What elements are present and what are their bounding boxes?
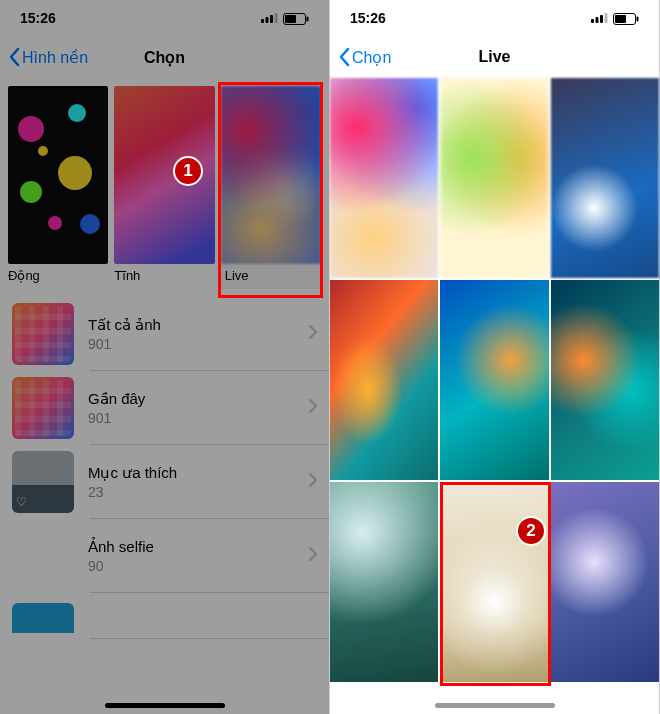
back-label: Chọn — [352, 48, 391, 67]
album-count: 901 — [88, 336, 161, 352]
live-wallpaper-2[interactable] — [440, 78, 548, 278]
wallpaper-category-row: Động Tĩnh Live — [0, 78, 329, 291]
svg-rect-0 — [261, 19, 264, 23]
category-live-label: Live — [221, 264, 321, 289]
signal-icon — [591, 10, 608, 26]
album-name: Mục ưa thích — [88, 464, 177, 482]
status-indicators — [591, 10, 639, 26]
chevron-right-icon — [309, 473, 317, 491]
chevron-left-icon — [338, 47, 350, 67]
album-thumb — [12, 303, 74, 365]
svg-rect-7 — [591, 19, 594, 23]
category-dynamic[interactable]: Động — [8, 86, 108, 291]
status-time: 15:26 — [20, 10, 56, 26]
svg-rect-10 — [605, 13, 608, 23]
svg-rect-13 — [637, 17, 639, 22]
page-title: Live — [478, 48, 510, 66]
svg-rect-5 — [285, 15, 296, 23]
album-thumb: ♡ — [12, 451, 74, 513]
album-count: 901 — [88, 410, 145, 426]
svg-rect-3 — [275, 13, 278, 23]
live-wallpaper-9[interactable] — [551, 482, 659, 682]
home-indicator[interactable] — [435, 703, 555, 708]
album-name: Tất cả ảnh — [88, 316, 161, 334]
category-live[interactable]: Live — [221, 86, 321, 291]
status-bar: 15:26 — [330, 0, 659, 36]
album-list: Tất cả ảnh 901 Gần đây 901 ♡ Mục ưa thíc… — [0, 297, 329, 639]
album-thumb — [12, 377, 74, 439]
album-name: Ảnh selfie — [88, 538, 154, 556]
page-title: Chọn — [144, 48, 185, 67]
step2-badge: 2 — [516, 516, 546, 546]
album-row-selfie[interactable]: Ảnh selfie 90 — [0, 519, 329, 593]
home-indicator[interactable] — [105, 703, 225, 708]
chevron-right-icon — [309, 399, 317, 417]
step1-badge: 1 — [173, 156, 203, 186]
live-wallpaper-1[interactable] — [330, 78, 438, 278]
back-label: Hình nền — [22, 48, 88, 67]
svg-rect-1 — [266, 17, 269, 23]
screen-live-wallpapers: 15:26 Chọn Live 2 — [330, 0, 660, 714]
svg-rect-12 — [615, 15, 626, 23]
album-thumb — [12, 525, 74, 587]
category-still-label: Tĩnh — [114, 264, 214, 291]
live-wallpaper-grid — [330, 78, 659, 682]
status-bar: 15:26 — [0, 0, 329, 36]
category-dynamic-thumb — [8, 86, 108, 264]
live-wallpaper-8[interactable] — [440, 482, 548, 682]
album-count: 23 — [88, 484, 177, 500]
heart-icon: ♡ — [16, 495, 27, 509]
album-row-recent[interactable]: Gần đây 901 — [0, 371, 329, 445]
svg-rect-6 — [307, 17, 309, 22]
live-wallpaper-3[interactable] — [551, 78, 659, 278]
album-thumb — [12, 603, 74, 633]
album-row-partial[interactable] — [0, 593, 329, 639]
category-still[interactable]: Tĩnh — [114, 86, 214, 291]
status-indicators — [261, 10, 309, 26]
live-wallpaper-4[interactable] — [330, 280, 438, 480]
back-button[interactable]: Chọn — [338, 47, 391, 67]
album-row-favorites[interactable]: ♡ Mục ưa thích 23 — [0, 445, 329, 519]
album-name: Gần đây — [88, 390, 145, 408]
category-live-thumb — [221, 86, 321, 264]
svg-rect-8 — [596, 17, 599, 23]
battery-icon — [283, 10, 309, 26]
chevron-right-icon — [309, 547, 317, 565]
screen-choose-wallpaper: 15:26 Hình nền Chọn — [0, 0, 330, 714]
album-count: 90 — [88, 558, 154, 574]
live-wallpaper-7[interactable] — [330, 482, 438, 682]
back-button[interactable]: Hình nền — [8, 47, 88, 67]
signal-icon — [261, 10, 278, 26]
chevron-right-icon — [309, 325, 317, 343]
nav-bar: Chọn Live — [330, 36, 659, 78]
chevron-left-icon — [8, 47, 20, 67]
album-row-all[interactable]: Tất cả ảnh 901 — [0, 297, 329, 371]
svg-rect-2 — [270, 15, 273, 23]
svg-rect-9 — [600, 15, 603, 23]
status-time: 15:26 — [350, 10, 386, 26]
category-dynamic-label: Động — [8, 264, 108, 291]
battery-icon — [613, 10, 639, 26]
live-wallpaper-6[interactable] — [551, 280, 659, 480]
nav-bar: Hình nền Chọn — [0, 36, 329, 78]
live-wallpaper-5[interactable] — [440, 280, 548, 480]
